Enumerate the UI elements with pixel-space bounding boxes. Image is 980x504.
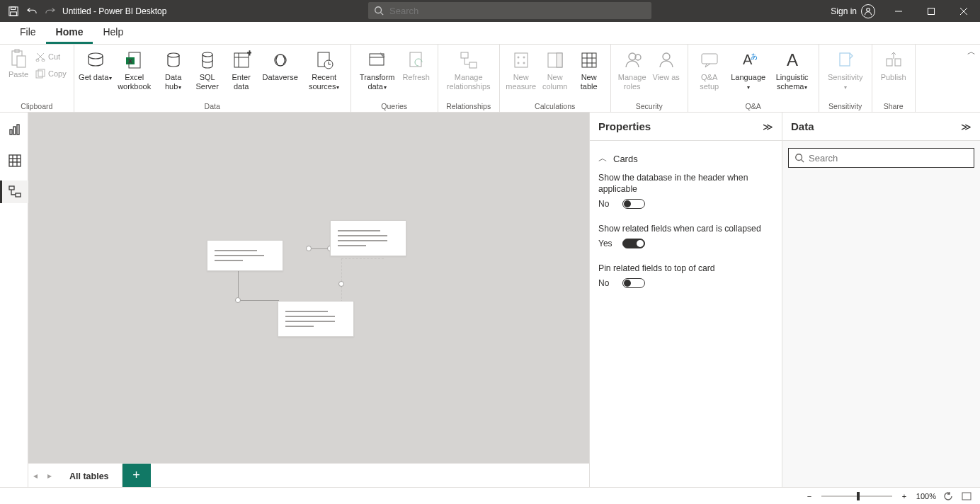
data-search-input[interactable] bbox=[809, 153, 968, 164]
fit-page-button[interactable] bbox=[960, 490, 973, 503]
data-view-button[interactable] bbox=[0, 149, 28, 172]
model-view-button[interactable] bbox=[0, 181, 28, 203]
prop-pin-fields-label: Pin related fields to top of card bbox=[598, 263, 773, 274]
page-tab-all-tables[interactable]: All tables bbox=[57, 464, 122, 487]
collapse-properties-button[interactable]: ≫ bbox=[763, 121, 773, 132]
model-card[interactable] bbox=[330, 220, 406, 256]
next-page-button[interactable]: ▸ bbox=[42, 464, 57, 487]
svg-point-34 bbox=[518, 57, 519, 58]
recent-icon bbox=[313, 49, 336, 71]
report-view-button[interactable] bbox=[0, 118, 28, 141]
transform-icon bbox=[366, 49, 389, 71]
enter-data-icon: + bbox=[230, 49, 253, 71]
manage-roles-button[interactable]: Manage roles bbox=[615, 46, 649, 91]
cards-section-label: Cards bbox=[613, 154, 638, 164]
copy-icon bbox=[35, 69, 45, 79]
copy-button[interactable]: Copy bbox=[33, 66, 69, 81]
undo-icon[interactable] bbox=[24, 4, 40, 19]
sql-icon bbox=[196, 49, 219, 71]
zoom-slider[interactable] bbox=[821, 496, 892, 497]
collapse-data-button[interactable]: ≫ bbox=[961, 121, 972, 132]
collapse-ribbon-button[interactable]: ︿ bbox=[967, 46, 976, 58]
manage-relationships-button[interactable]: Manage relationships bbox=[443, 46, 495, 91]
zoom-out-button[interactable]: − bbox=[803, 490, 816, 503]
status-bar: − + 100% bbox=[0, 487, 980, 504]
group-queries: Queries bbox=[355, 102, 433, 112]
qa-setup-button[interactable]: Q&A setup bbox=[693, 46, 727, 91]
cards-section-header[interactable]: ︿ Cards bbox=[598, 148, 773, 172]
model-card[interactable] bbox=[207, 240, 283, 271]
dataverse-label: Dataverse bbox=[263, 73, 298, 82]
new-column-label: New column bbox=[538, 73, 572, 91]
new-measure-button[interactable]: New measure bbox=[504, 46, 538, 91]
svg-rect-11 bbox=[17, 56, 25, 67]
refresh-button[interactable]: Refresh bbox=[399, 46, 433, 82]
search-input[interactable] bbox=[389, 6, 646, 16]
group-data: Data bbox=[79, 102, 346, 112]
prop-related-fields-toggle[interactable] bbox=[622, 239, 645, 248]
excel-button[interactable]: X Excel workbook bbox=[113, 46, 156, 91]
sensitivity-button[interactable]: Sensitivity▾ bbox=[824, 46, 867, 92]
data-title: Data bbox=[791, 120, 814, 132]
cut-button[interactable]: Cut bbox=[33, 49, 69, 64]
data-search[interactable] bbox=[788, 148, 974, 168]
svg-rect-32 bbox=[469, 62, 477, 68]
publish-button[interactable]: Publish bbox=[877, 46, 911, 82]
svg-rect-58 bbox=[9, 155, 21, 166]
svg-point-3 bbox=[375, 7, 382, 13]
group-share: Share bbox=[877, 102, 911, 112]
svg-rect-40 bbox=[582, 53, 596, 67]
add-page-button[interactable]: + bbox=[122, 464, 151, 487]
tab-help[interactable]: Help bbox=[93, 21, 133, 44]
cut-label: Cut bbox=[48, 52, 60, 61]
language-button[interactable]: Aあ Language▾ bbox=[727, 46, 770, 92]
save-icon[interactable] bbox=[6, 4, 21, 19]
svg-rect-2 bbox=[11, 11, 17, 15]
app-title: Untitled - Power BI Desktop bbox=[62, 6, 166, 16]
svg-point-16 bbox=[89, 53, 103, 59]
sql-label: SQL Server bbox=[190, 73, 224, 91]
close-button[interactable] bbox=[947, 0, 980, 22]
maximize-button[interactable] bbox=[915, 0, 947, 22]
minimize-button[interactable] bbox=[882, 0, 915, 22]
recent-sources-button[interactable]: Recent sources▾ bbox=[302, 46, 346, 92]
zoom-in-button[interactable]: + bbox=[898, 490, 911, 503]
canvas[interactable] bbox=[28, 113, 589, 463]
reset-zoom-button[interactable] bbox=[942, 490, 955, 503]
view-as-icon bbox=[655, 49, 678, 71]
get-data-icon bbox=[84, 49, 107, 71]
enter-data-button[interactable]: + Enter data bbox=[224, 46, 258, 91]
svg-rect-1 bbox=[11, 6, 16, 9]
get-data-button[interactable]: Get data▾ bbox=[79, 46, 113, 83]
excel-label: Excel workbook bbox=[113, 73, 156, 91]
svg-rect-39 bbox=[557, 53, 562, 67]
redo-icon[interactable] bbox=[42, 4, 58, 19]
svg-point-37 bbox=[523, 62, 525, 64]
svg-rect-6 bbox=[928, 8, 935, 14]
data-hub-button[interactable]: Data hub▾ bbox=[156, 46, 190, 92]
search-bar[interactable] bbox=[368, 2, 651, 19]
new-column-button[interactable]: New column bbox=[538, 46, 572, 91]
svg-rect-48 bbox=[702, 54, 717, 64]
svg-point-20 bbox=[168, 53, 179, 57]
dataverse-button[interactable]: Dataverse bbox=[258, 46, 302, 82]
roles-icon bbox=[621, 49, 644, 71]
prop-show-database-toggle[interactable] bbox=[622, 199, 645, 209]
tab-file[interactable]: File bbox=[10, 21, 46, 44]
linguistic-schema-button[interactable]: A Linguistic schema▾ bbox=[770, 46, 814, 92]
new-table-button[interactable]: New table bbox=[572, 46, 606, 91]
signin-button[interactable]: Sign in bbox=[831, 4, 875, 18]
prev-page-button[interactable]: ◂ bbox=[28, 464, 42, 487]
tab-home[interactable]: Home bbox=[46, 21, 93, 44]
view-as-button[interactable]: View as bbox=[649, 46, 683, 82]
prop-pin-fields-toggle[interactable] bbox=[622, 278, 645, 288]
publish-label: Publish bbox=[881, 73, 906, 82]
excel-icon: X bbox=[123, 49, 146, 71]
data-view-icon bbox=[8, 154, 21, 167]
svg-rect-55 bbox=[10, 130, 12, 134]
model-card[interactable] bbox=[278, 301, 354, 337]
transform-data-button[interactable]: Transform data▾ bbox=[355, 46, 399, 92]
paste-button[interactable]: Paste bbox=[4, 46, 33, 79]
sql-button[interactable]: SQL Server bbox=[190, 46, 224, 91]
user-icon bbox=[861, 4, 875, 18]
